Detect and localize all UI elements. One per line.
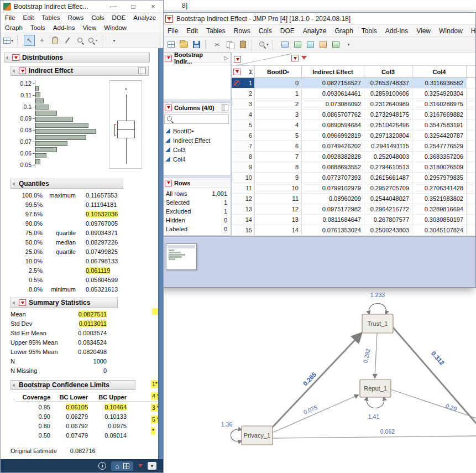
table-row[interactable]: 6 5 0.0966992819 0.2971320804 0.32544207… xyxy=(232,131,475,141)
menu-item[interactable]: Tables xyxy=(206,27,226,35)
row-number-cell[interactable]: 4 xyxy=(232,110,255,120)
row-stat-item[interactable]: Hidden 0 xyxy=(163,216,231,225)
menu-item[interactable]: Tables xyxy=(41,14,60,21)
cell-col3[interactable]: 0.2952705709 xyxy=(364,183,412,194)
column-header-indirect-effect[interactable]: Indirect Effect xyxy=(302,66,364,77)
selection-arrow-icon[interactable]: ↖ xyxy=(24,35,35,46)
columns-menu-red-triangle-icon[interactable] xyxy=(291,55,299,61)
row-number-cell[interactable]: 8 xyxy=(232,152,255,162)
disclosure-icon[interactable] xyxy=(13,181,17,185)
summary-table-icon[interactable] xyxy=(292,39,303,50)
menu-item[interactable]: View xyxy=(82,24,96,31)
cell-indirect-effect[interactable]: 0.0966992819 xyxy=(302,131,364,141)
vertical-scrollbar[interactable] xyxy=(158,48,163,459)
menu-item[interactable]: File xyxy=(168,27,178,35)
menu-item[interactable]: Analyze xyxy=(303,27,327,35)
menu-item[interactable]: DOE xyxy=(112,14,125,21)
cell-col3[interactable]: 0.2510426496 xyxy=(364,120,412,131)
data-view-icon[interactable] xyxy=(138,67,146,74)
cell-bootid[interactable]: 11 xyxy=(255,194,302,204)
cell-indirect-effect[interactable]: 0.0888693552 xyxy=(302,162,364,173)
table-row[interactable]: 4 3 0.0865707762 0.2732948175 0.31676698… xyxy=(232,110,475,120)
menu-item[interactable]: Graph xyxy=(334,27,353,35)
histogram-bars[interactable] xyxy=(35,86,96,165)
cell-bootid[interactable]: 0 xyxy=(255,78,302,89)
menu-item[interactable]: Window xyxy=(439,27,463,35)
cell-col4[interactable]: 0.3116936582 xyxy=(412,78,467,89)
row-number-cell[interactable]: 3 xyxy=(232,99,255,110)
cell-col3[interactable]: 0.2732948175 xyxy=(364,110,412,120)
filter-funnel-icon[interactable] xyxy=(301,56,307,60)
table-row[interactable]: 15 14 0.0761353024 0.2500243803 0.304510… xyxy=(232,225,475,236)
menu-item[interactable]: Cols xyxy=(91,14,104,21)
cell-indirect-effect[interactable]: 0.08960209 xyxy=(302,194,364,204)
zoom-in-icon[interactable]: + xyxy=(87,35,98,46)
histogram-bar[interactable] xyxy=(35,159,40,164)
red-triangle-icon[interactable] xyxy=(19,299,26,306)
copy-icon[interactable] xyxy=(224,39,236,50)
cell-col4[interactable]: 0.2547776529 xyxy=(412,141,467,152)
section-header-indirect-effect[interactable]: Indirect Effect xyxy=(11,66,149,76)
red-triangle-icon[interactable] xyxy=(19,67,26,74)
box-plot[interactable] xyxy=(109,80,142,169)
table-row[interactable]: 9 8 0.0888693552 0.2794610513 0.31800265… xyxy=(232,162,475,173)
menu-item[interactable]: Edit xyxy=(23,14,34,21)
report-titlebar[interactable]: Bootstrap Indirect Effec... — □ × xyxy=(1,1,163,13)
grid-icon[interactable] xyxy=(123,463,129,469)
row-number-cell[interactable]: 10 xyxy=(232,173,255,183)
home-icon[interactable]: ⌂ xyxy=(115,462,119,470)
dropdown-icon[interactable]: ▼ xyxy=(148,462,156,470)
row-number-cell[interactable]: 13 xyxy=(232,204,255,215)
cell-col3[interactable]: 0.2859100606 xyxy=(364,89,412,99)
red-triangle-icon[interactable] xyxy=(165,55,172,61)
histogram-bar[interactable] xyxy=(35,147,57,152)
table-row[interactable]: 10 9 0.0773707393 0.2615661487 0.2957979… xyxy=(232,173,475,183)
table-row[interactable]: 5 4 0.0890594684 0.2510426496 0.35475831… xyxy=(232,120,475,131)
cell-indirect-effect[interactable]: 0.0890594684 xyxy=(302,120,364,131)
cell-indirect-effect[interactable]: 0.0865707762 xyxy=(302,110,364,120)
cell-bootid[interactable]: 9 xyxy=(255,173,302,183)
cell-bootid[interactable]: 10 xyxy=(255,183,302,194)
grid-corner-cell[interactable]: Σ xyxy=(232,66,255,77)
histogram-bar[interactable] xyxy=(35,92,40,97)
menu-item[interactable]: View xyxy=(416,27,431,35)
table-row[interactable]: 14 13 0.0811684647 0.267807577 0.3030850… xyxy=(232,215,475,225)
cell-bootid[interactable]: 2 xyxy=(255,99,302,110)
table-row[interactable]: 13 12 0.0975172982 0.2964216772 0.328981… xyxy=(232,204,475,215)
cell-col4[interactable]: 0.3180026509 xyxy=(412,162,467,173)
row-number-cell[interactable]: 6 xyxy=(232,131,255,141)
toolbar-overflow-icon[interactable]: ▾ xyxy=(343,39,354,50)
cell-bootid[interactable]: 7 xyxy=(255,152,302,162)
histogram-bar[interactable] xyxy=(35,105,49,110)
section-header-summary-statistics[interactable]: Summary Statistics xyxy=(11,298,118,308)
cell-col4[interactable]: 0.3045107824 xyxy=(412,225,467,236)
cell-bootid[interactable]: 13 xyxy=(255,215,302,225)
cell-col4[interactable]: 0.3160286975 xyxy=(412,99,467,110)
section-header-distributions[interactable]: Distributions xyxy=(4,53,150,63)
cell-col4[interactable]: 0.3683357206 xyxy=(412,152,467,162)
node-reput[interactable]: Reput_1 xyxy=(360,380,391,397)
cell-indirect-effect[interactable]: 0.0761353024 xyxy=(302,225,364,236)
red-triangle-icon[interactable] xyxy=(233,69,240,75)
menu-item[interactable]: Graph xyxy=(5,24,23,31)
row-number-cell[interactable]: 1 xyxy=(232,78,255,89)
menu-item[interactable]: Rows xyxy=(68,14,84,21)
subset-table-icon[interactable] xyxy=(305,39,316,50)
columns-panel-header[interactable]: Columns (4/0) xyxy=(163,103,231,113)
table-icon[interactable]: ▾ xyxy=(3,35,14,46)
table-row[interactable]: 11 10 0.0799102979 0.2952705709 0.270634… xyxy=(232,183,475,194)
row-number-cell[interactable]: 5 xyxy=(232,120,255,131)
node-trust[interactable]: Trust_1 xyxy=(362,314,393,333)
cell-col3[interactable]: 0.267807577 xyxy=(364,215,412,225)
row-stat-item[interactable]: Selected 1 xyxy=(163,198,231,207)
search-icon[interactable]: ▾ xyxy=(258,39,269,50)
cell-col3[interactable]: 0.2653748337 xyxy=(364,78,412,89)
cell-col4[interactable]: 0.3289816694 xyxy=(412,204,467,215)
chart-launch-icon[interactable] xyxy=(330,39,341,50)
sort-table-icon[interactable] xyxy=(317,39,328,50)
cell-col3[interactable]: 0.2941491115 xyxy=(364,141,412,152)
cell-indirect-effect[interactable]: 0.0930614461 xyxy=(302,89,364,99)
cell-bootid[interactable]: 6 xyxy=(255,141,302,152)
section-header-bootstrap-confidence-limits[interactable]: Bootstrap Confidence Limits xyxy=(11,380,135,390)
red-triangle-icon[interactable] xyxy=(138,464,143,467)
